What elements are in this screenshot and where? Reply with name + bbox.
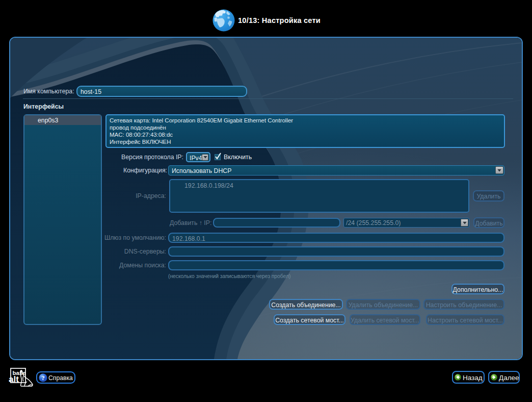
- svg-text:?: ?: [41, 374, 44, 382]
- svg-text:alt: alt: [9, 374, 19, 384]
